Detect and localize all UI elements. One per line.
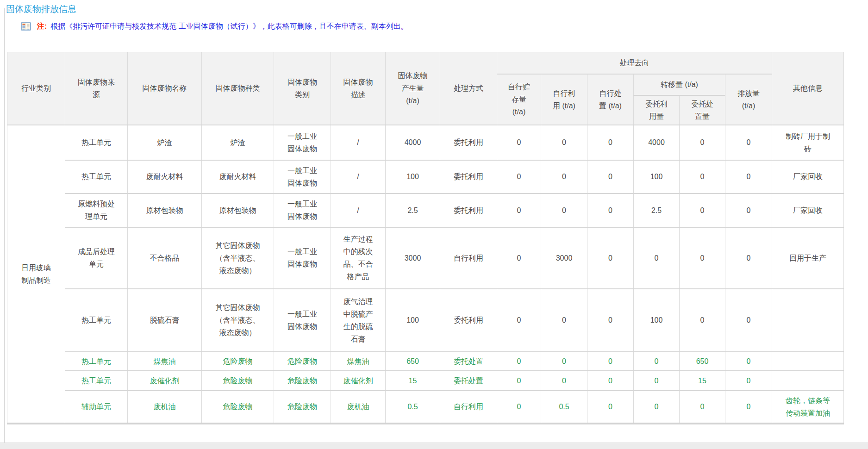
cell-kind: 炉渣	[202, 125, 274, 160]
solid-waste-page: 固体废物排放信息 注: 根据《排污许可证申请与核发技术规范 工业固体废物（试行）…	[0, 0, 868, 449]
cell-emission: 0	[725, 371, 772, 391]
cell-self-use: 0.5	[541, 391, 587, 424]
cell-self-storage: 0	[497, 227, 541, 289]
cell-self-use: 3000	[541, 227, 587, 289]
cell-method: 自行利用	[440, 391, 497, 424]
cell-source: 辅助单元	[65, 391, 128, 424]
cell-other: 制砖厂用于制砖	[772, 125, 844, 160]
cell-category: 危险废物	[274, 391, 331, 424]
panel-left-border	[4, 8, 5, 449]
cell-entrust-use: 0	[634, 352, 680, 371]
book-icon	[20, 21, 31, 32]
cell-kind: 其它固体废物（含半液态、液态废物）	[202, 289, 274, 352]
cell-method: 委托利用	[440, 193, 497, 227]
cell-kind: 危险废物	[202, 391, 274, 424]
cell-category: 危险废物	[274, 352, 331, 371]
cell-entrust-use: 0	[634, 371, 680, 391]
cell-entrust-use: 0	[634, 391, 680, 424]
cell-self-disposal: 0	[587, 227, 634, 289]
cell-category: 一般工业固体废物	[274, 289, 331, 352]
cell-other	[772, 289, 844, 352]
cell-other: 回用于生产	[772, 227, 844, 289]
cell-name: 废耐火材料	[128, 160, 202, 193]
col-header-category: 固体废物类别	[274, 52, 331, 125]
col-header-other: 其他信息	[772, 52, 844, 125]
cell-method: 委托利用	[440, 125, 497, 160]
cell-self-disposal: 0	[587, 391, 634, 424]
cell-method: 委托处置	[440, 352, 497, 371]
cell-emission: 0	[725, 193, 772, 227]
cell-self-use: 0	[541, 125, 587, 160]
cell-source: 原燃料预处理单元	[65, 193, 128, 227]
cell-category: 危险废物	[274, 371, 331, 391]
cell-self-storage: 0	[497, 352, 541, 371]
cell-self-use: 0	[541, 193, 587, 227]
cell-entrust-disposal: 0	[680, 289, 725, 352]
cell-name: 炉渣	[128, 125, 202, 160]
col-header-emission: 排放量 (t/a)	[725, 74, 772, 125]
cell-self-storage: 0	[497, 391, 541, 424]
cell-source: 成品后处理单元	[65, 227, 128, 289]
cell-name: 废机油	[128, 391, 202, 424]
cell-entrust-disposal: 0	[680, 227, 725, 289]
cell-other	[772, 371, 844, 391]
page-title: 固体废物排放信息	[6, 4, 76, 15]
cell-entrust-use: 0	[634, 227, 680, 289]
note: 注: 根据《排污许可证申请与核发技术规范 工业固体废物（试行）》，此表格可删除，…	[20, 19, 408, 33]
cell-description: 废催化剂	[331, 371, 386, 391]
cell-source: 热工单元	[65, 160, 128, 193]
cell-method: 委托利用	[440, 289, 497, 352]
page-bottom-bar	[0, 443, 868, 449]
cell-self-storage: 0	[497, 125, 541, 160]
cell-self-use: 0	[541, 160, 587, 193]
note-text: 根据《排污许可证申请与核发技术规范 工业固体废物（试行）》，此表格可删除，且不在…	[50, 22, 408, 31]
col-header-self-disposal: 自行处置 (t/a)	[587, 74, 634, 125]
table-row: 热工单元 废耐火材料 废耐火材料 一般工业固体废物 / 100 委托利用 0 0…	[7, 160, 844, 193]
cell-self-disposal: 0	[587, 160, 634, 193]
cell-entrust-disposal: 0	[680, 193, 725, 227]
cell-description: 废机油	[331, 391, 386, 424]
cell-generation: 4000	[386, 125, 440, 160]
cell-name: 不合格品	[128, 227, 202, 289]
col-header-transfer: 转移量 (t/a)	[634, 74, 725, 95]
cell-entrust-use: 100	[634, 160, 680, 193]
cell-self-disposal: 0	[587, 371, 634, 391]
table-row: 日用玻璃制品制造 热工单元 炉渣 炉渣 一般工业固体废物 / 4000 委托利用…	[7, 125, 844, 160]
cell-industry: 日用玻璃制品制造	[7, 125, 65, 424]
col-header-kind: 固体废物种类	[202, 52, 274, 125]
col-header-industry: 行业类别	[7, 52, 65, 125]
cell-emission: 0	[725, 289, 772, 352]
col-header-entrust-disposal: 委托处置量	[680, 95, 725, 125]
cell-generation: 0.5	[386, 391, 440, 424]
cell-method: 委托利用	[440, 160, 497, 193]
cell-emission: 0	[725, 125, 772, 160]
cell-description: 生产过程中的残次品、不合格产品	[331, 227, 386, 289]
cell-source: 热工单元	[65, 371, 128, 391]
cell-self-disposal: 0	[587, 352, 634, 371]
cell-generation: 3000	[386, 227, 440, 289]
table-row: 热工单元 脱硫石膏 其它固体废物（含半液态、液态废物） 一般工业固体废物 废气治…	[7, 289, 844, 352]
cell-entrust-use: 4000	[634, 125, 680, 160]
cell-kind: 危险废物	[202, 352, 274, 371]
cell-name: 废催化剂	[128, 371, 202, 391]
cell-description: 煤焦油	[331, 352, 386, 371]
cell-source: 热工单元	[65, 352, 128, 371]
cell-other: 厂家回收	[772, 160, 844, 193]
col-header-name: 固体废物名称	[128, 52, 202, 125]
cell-generation: 650	[386, 352, 440, 371]
col-header-self-use: 自行利用 (t/a)	[541, 74, 587, 125]
cell-name: 煤焦油	[128, 352, 202, 371]
cell-entrust-disposal: 0	[680, 391, 725, 424]
cell-description: /	[331, 125, 386, 160]
cell-source: 热工单元	[65, 125, 128, 160]
cell-entrust-disposal: 650	[680, 352, 725, 371]
table-row: 成品后处理单元 不合格品 其它固体废物（含半液态、液态废物） 一般工业固体废物 …	[7, 227, 844, 289]
col-header-description: 固体废物描述	[331, 52, 386, 125]
table-row: 热工单元 煤焦油 危险废物 危险废物 煤焦油 650 委托处置 0 0 0 0 …	[7, 352, 844, 371]
cell-generation: 100	[386, 289, 440, 352]
cell-self-disposal: 0	[587, 125, 634, 160]
cell-emission: 0	[725, 352, 772, 371]
cell-description: 废气治理中脱硫产生的脱硫石膏	[331, 289, 386, 352]
note-label: 注:	[37, 22, 47, 31]
col-header-source: 固体废物来源	[65, 52, 128, 125]
